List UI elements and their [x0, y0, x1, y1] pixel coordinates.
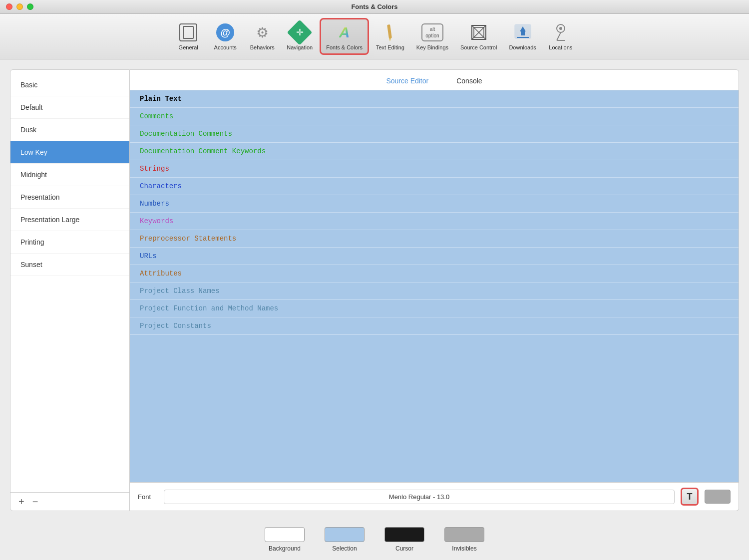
bottom-item-selection[interactable]: Selection — [325, 527, 365, 552]
key-bindings-icon: alt option — [422, 22, 442, 42]
svg-point-11 — [559, 27, 562, 30]
font-label: Font — [138, 493, 158, 501]
theme-item-low-key[interactable]: Low Key — [10, 141, 129, 164]
theme-item-dusk[interactable]: Dusk — [10, 119, 129, 141]
color-row-project-class-names[interactable]: Project Class Names — [130, 282, 739, 300]
bottom-label-cursor: Cursor — [395, 545, 413, 552]
locations-icon — [551, 22, 571, 42]
titlebar: Fonts & Colors — [0, 0, 749, 14]
toolbar-item-fonts-colors[interactable]: A Fonts & Colors — [320, 18, 369, 55]
bottom-label-invisibles: Invisibles — [452, 545, 476, 552]
theme-item-basic[interactable]: Basic — [10, 74, 129, 96]
toolbar-label-general: General — [179, 44, 198, 50]
bottom-label-background: Background — [269, 545, 301, 552]
font-picker-button[interactable]: T — [681, 488, 699, 506]
bottom-swatch-selection — [325, 527, 365, 542]
toolbar-item-navigation[interactable]: ✛ Navigation — [282, 19, 318, 53]
toolbar-item-locations[interactable]: Locations — [543, 19, 578, 53]
toolbar-label-downloads: Downloads — [509, 44, 536, 50]
color-row-documentation-comments[interactable]: Documentation Comments — [130, 125, 739, 143]
color-row-urls[interactable]: URLs — [130, 248, 739, 265]
accounts-icon-shape: @ — [216, 23, 234, 41]
color-row-documentation-comment-keywords[interactable]: Documentation Comment Keywords — [130, 143, 739, 160]
svg-line-12 — [557, 32, 561, 40]
window-title: Fonts & Colors — [351, 3, 397, 10]
window-controls — [6, 3, 33, 10]
bottom-swatch-cursor — [384, 527, 424, 542]
toolbar-item-downloads[interactable]: Downloads — [504, 19, 541, 53]
source-control-icon-svg — [470, 23, 488, 41]
color-row-project-function-method-names[interactable]: Project Function and Method Names — [130, 300, 739, 317]
text-editing-icon — [380, 22, 400, 42]
theme-item-presentation-large[interactable]: Presentation Large — [10, 209, 129, 231]
color-row-numbers[interactable]: Numbers — [130, 195, 739, 213]
toolbar-label-source-control: Source Control — [460, 44, 497, 50]
color-row-strings[interactable]: Strings — [130, 160, 739, 178]
theme-list-footer: + − — [10, 492, 129, 511]
key-bindings-icon-shape: alt option — [421, 23, 443, 41]
toolbar-label-locations: Locations — [549, 44, 572, 50]
color-list: Plain TextCommentsDocumentation Comments… — [130, 90, 739, 482]
font-color-swatch[interactable] — [705, 490, 731, 504]
minimize-button[interactable] — [16, 3, 23, 10]
bottom-row: BackgroundSelectionCursorInvisibles — [0, 521, 749, 560]
color-row-comments[interactable]: Comments — [130, 108, 739, 125]
svg-marker-1 — [389, 38, 391, 41]
color-row-preprocessor-statements[interactable]: Preprocessor Statements — [130, 230, 739, 248]
navigation-icon-shape: ✛ — [287, 20, 313, 45]
downloads-icon — [513, 22, 533, 42]
toolbar-label-fonts-colors: Fonts & Colors — [326, 44, 363, 50]
color-row-characters[interactable]: Characters — [130, 178, 739, 195]
toolbar-label-navigation: Navigation — [287, 44, 313, 50]
behaviors-icon: ⚙ — [252, 22, 272, 42]
general-icon — [178, 22, 198, 42]
font-t-icon: T — [687, 492, 693, 502]
remove-theme-button[interactable]: − — [32, 497, 38, 507]
color-row-keywords[interactable]: Keywords — [130, 213, 739, 230]
theme-item-midnight[interactable]: Midnight — [10, 164, 129, 186]
source-control-icon — [469, 22, 489, 42]
fonts-colors-icon-shape: A — [339, 24, 350, 41]
close-button[interactable] — [6, 3, 12, 10]
bottom-item-invisibles[interactable]: Invisibles — [444, 527, 484, 552]
theme-list: BasicDefaultDuskLow KeyMidnightPresentat… — [10, 70, 129, 492]
toolbar-item-general[interactable]: General — [171, 19, 206, 53]
general-icon-shape — [179, 23, 197, 41]
toolbar-label-behaviors: Behaviors — [250, 44, 275, 50]
right-panel: Source Editor Console Plain TextComments… — [130, 69, 739, 511]
color-row-plain-text[interactable]: Plain Text — [130, 90, 739, 108]
tab-console[interactable]: Console — [452, 76, 486, 86]
toolbar-label-key-bindings: Key Bindings — [416, 44, 448, 50]
toolbar-item-key-bindings[interactable]: alt option Key Bindings — [411, 19, 453, 53]
svg-rect-8 — [521, 31, 525, 35]
theme-item-sunset[interactable]: Sunset — [10, 254, 129, 276]
bottom-label-selection: Selection — [332, 545, 357, 552]
theme-item-printing[interactable]: Printing — [10, 231, 129, 254]
text-editing-icon-svg — [383, 23, 397, 41]
svg-rect-0 — [387, 24, 392, 39]
tabs-row: Source Editor Console — [130, 70, 739, 90]
toolbar: General @ Accounts ⚙ Behaviors ✛ Navigat… — [0, 14, 749, 59]
theme-item-presentation[interactable]: Presentation — [10, 186, 129, 209]
accounts-icon: @ — [215, 22, 235, 42]
left-panel: BasicDefaultDuskLow KeyMidnightPresentat… — [10, 69, 130, 511]
toolbar-item-text-editing[interactable]: Text Editing — [371, 19, 409, 53]
locations-icon-svg — [552, 23, 570, 41]
font-value-display: Menlo Regular - 13.0 — [164, 490, 675, 504]
color-row-project-constants[interactable]: Project Constants — [130, 317, 739, 335]
navigation-icon: ✛ — [290, 22, 310, 42]
toolbar-item-behaviors[interactable]: ⚙ Behaviors — [245, 19, 280, 53]
toolbar-item-source-control[interactable]: Source Control — [455, 19, 502, 53]
tab-source-editor[interactable]: Source Editor — [382, 76, 432, 86]
toolbar-label-accounts: Accounts — [214, 44, 237, 50]
font-row: Font Menlo Regular - 13.0 T — [130, 482, 739, 511]
maximize-button[interactable] — [27, 3, 33, 10]
theme-item-default[interactable]: Default — [10, 96, 129, 119]
bottom-item-cursor[interactable]: Cursor — [384, 527, 424, 552]
add-theme-button[interactable]: + — [18, 497, 24, 507]
fonts-colors-icon: A — [335, 22, 355, 42]
toolbar-item-accounts[interactable]: @ Accounts — [208, 19, 243, 53]
color-row-attributes[interactable]: Attributes — [130, 265, 739, 282]
toolbar-label-text-editing: Text Editing — [376, 44, 404, 50]
bottom-item-background[interactable]: Background — [265, 527, 305, 552]
